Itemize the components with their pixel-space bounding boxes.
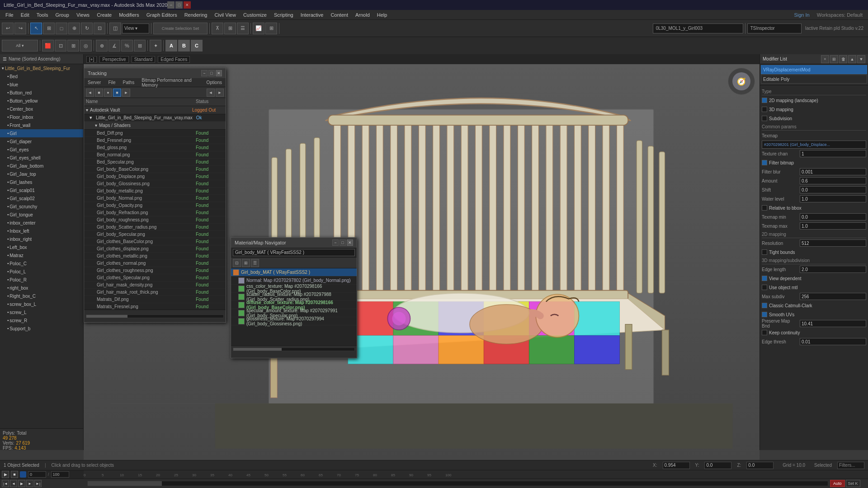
asset-tb-btn2[interactable]: ■ — [95, 89, 103, 97]
list-item[interactable]: ▪inbox_right — [0, 235, 83, 243]
list-item[interactable]: Girl_body_roughness.pngFound — [84, 216, 226, 224]
rotate-button[interactable]: ↻ — [81, 23, 93, 34]
list-item[interactable]: Girl_clothes_normal.pngFound — [84, 260, 226, 267]
type-2d-radio[interactable] — [762, 98, 767, 103]
asset-scrollbar-thumb[interactable] — [86, 315, 127, 318]
object-color-btn[interactable]: 🟥 — [42, 40, 54, 52]
menu-create[interactable]: Create — [93, 11, 115, 19]
use-obj-mtl-check[interactable] — [762, 285, 767, 290]
layer-manager-button[interactable]: ☰ — [237, 23, 249, 34]
list-item[interactable]: ▪Girl_Jaw_bottom — [0, 162, 83, 170]
menu-rendering[interactable]: Rendering — [181, 11, 211, 19]
resolution-value[interactable]: 512 — [800, 239, 866, 247]
asset-tb-nav-prev[interactable]: ◄ — [207, 89, 215, 97]
asset-menu-file[interactable]: File — [104, 79, 119, 86]
menu-group[interactable]: Group — [52, 11, 73, 19]
render-setup-btn[interactable]: A — [165, 40, 177, 52]
list-item[interactable]: ▪Inbox_left — [0, 227, 83, 235]
timeline-scroll[interactable] — [87, 481, 828, 486]
list-item[interactable]: Girl_body_Specular.pngFound — [84, 231, 226, 238]
edit-named-selections-btn[interactable]: ✦ — [150, 40, 161, 52]
list-item[interactable]: Bed_Diff.pngFound — [84, 130, 226, 137]
modifier-add-btn[interactable]: + — [821, 55, 829, 63]
list-item-girl[interactable]: ▪Girl — [0, 129, 83, 137]
list-item[interactable]: Girl_clothes_BaseColor.pngFound — [84, 238, 226, 245]
list-item[interactable]: ▪Poloc_L — [0, 267, 83, 276]
list-item[interactable]: Girl_body_Opacity.pngFound — [84, 202, 226, 209]
asset-scrollbar[interactable] — [86, 314, 224, 318]
prev-frame-btn[interactable]: |◄ — [2, 480, 9, 487]
modifier-down-btn[interactable]: ▼ — [857, 55, 865, 63]
amount-value[interactable]: 0.6 — [800, 177, 866, 184]
mat-nav-list[interactable]: Girl_body_MAT ( VRayFastSSS2 ) Normal: M… — [231, 268, 357, 345]
list-item[interactable]: Girl_body_Refraction.pngFound — [84, 209, 226, 216]
menu-arnold[interactable]: Arnold — [352, 11, 373, 19]
mat-nav-btn3[interactable]: ☰ — [251, 259, 259, 267]
redo-button[interactable]: ↪ — [14, 23, 26, 34]
shift-value[interactable]: 0.0 — [800, 186, 866, 193]
list-item[interactable]: ▪screw_R — [0, 316, 83, 324]
set-key-btn[interactable]: Set K — [846, 480, 860, 487]
max-subdiv-value[interactable]: 256 — [800, 293, 866, 300]
modifier-delete-btn[interactable]: 🗑 — [839, 55, 847, 63]
preserve-map-value[interactable]: 10.41 — [800, 320, 866, 327]
frame-input[interactable]: 0 — [28, 471, 46, 478]
mat-nav-search-input[interactable] — [233, 249, 355, 256]
spinner-snap-btn[interactable]: ⊞ — [134, 40, 146, 52]
next-frame-btn[interactable]: ►| — [34, 480, 42, 487]
list-item[interactable]: Bed_Fresnel.pngFound — [84, 137, 226, 144]
list-item[interactable]: ▪Bed — [0, 72, 83, 80]
asset-tb-btn3[interactable]: ● — [104, 89, 112, 97]
align-button[interactable]: ⊞ — [224, 23, 236, 34]
menu-content[interactable]: Content — [327, 11, 352, 19]
list-item[interactable]: Girl_body_Glossiness.pngFound — [84, 180, 226, 188]
mat-nav-row[interactable]: Girl_body_MAT ( VRayFastSSS2 ) — [231, 268, 357, 277]
list-item[interactable]: ▪Girl_eyes — [0, 145, 83, 154]
undo-button[interactable]: ↩ — [2, 23, 14, 34]
play-btn[interactable]: ▶ — [2, 471, 9, 478]
asset-menu-bitmap-perf[interactable]: Bitmap Performance and Memory — [138, 77, 203, 89]
list-item[interactable]: ▪Button_red — [0, 89, 83, 97]
asset-maximize-btn[interactable]: □ — [208, 70, 215, 76]
prev-key-btn[interactable]: ◄ — [10, 480, 17, 487]
create-selection-set-input[interactable]: Create Selection Set — [153, 23, 208, 34]
list-item[interactable]: ▪Girl_scalp02 — [0, 194, 83, 202]
maximize-button[interactable]: □ — [175, 1, 183, 9]
snap-btn[interactable]: ⊕ — [96, 40, 108, 52]
asset-minimize-btn[interactable]: − — [201, 70, 208, 76]
list-item[interactable]: Girl_body_metallic.pngFound — [84, 188, 226, 195]
auto-key-btn[interactable]: Auto — [830, 480, 845, 487]
list-item[interactable]: Bed_normal.pngFound — [84, 151, 226, 159]
list-item[interactable]: ▪Girl_eyes_shell — [0, 154, 83, 162]
mat-nav-row[interactable]: glossiness_texture: Map #2070297994 (Gir… — [231, 317, 357, 325]
mat-nav-close[interactable]: ✕ — [347, 239, 353, 246]
mat-nav-btn1[interactable]: ⊡ — [233, 259, 241, 267]
tight-bounds-check[interactable] — [762, 249, 767, 255]
asset-tb-btn1[interactable]: ◄ — [86, 89, 94, 97]
coord-z-value[interactable]: 0.0 — [746, 462, 774, 469]
list-item[interactable]: Girl_clothes_metallic.pngFound — [84, 253, 226, 260]
mat-nav-minimize[interactable]: − — [332, 239, 339, 246]
modifier-up-btn[interactable]: ▲ — [848, 55, 856, 63]
asset-file-row[interactable]: ▾ Little_Girl_in_Bed_Sleeping_Fur_max_vr… — [84, 114, 226, 122]
isolate-btn[interactable]: ◎ — [80, 40, 92, 52]
material-id-btn[interactable]: ⊞ — [67, 40, 79, 52]
list-item[interactable]: ▪blue — [0, 80, 83, 89]
mat-nav-scrollbar[interactable] — [233, 347, 355, 351]
list-item[interactable]: ▪Left_box — [0, 243, 83, 251]
list-item[interactable]: Girl_clothes_displace.pngFound — [84, 245, 226, 253]
ts-inspector[interactable]: TSInspector — [747, 23, 802, 33]
asset-group-vault[interactable]: ▾ Autodesk Vault Logged Out — [84, 106, 226, 114]
angle-snap-btn[interactable]: ∡ — [108, 40, 120, 52]
menu-scripting[interactable]: Scripting — [270, 11, 297, 19]
list-item[interactable]: ▪Girl_scrunchy — [0, 202, 83, 211]
next-key-btn[interactable]: ► — [26, 480, 33, 487]
render-frame-btn[interactable]: B — [178, 40, 190, 52]
edge-thresh-value[interactable]: 0.01 — [800, 338, 866, 345]
asset-close-btn[interactable]: ✕ — [216, 70, 222, 76]
list-item[interactable]: ▪Girl_diaper — [0, 137, 83, 145]
list-item[interactable]: ▪Girl_lashes — [0, 178, 83, 186]
asset-tb-nav-next[interactable]: ► — [216, 89, 224, 97]
list-item[interactable]: ▪Poloc_C — [0, 259, 83, 267]
coord-x-value[interactable]: 0.954 — [663, 462, 690, 469]
